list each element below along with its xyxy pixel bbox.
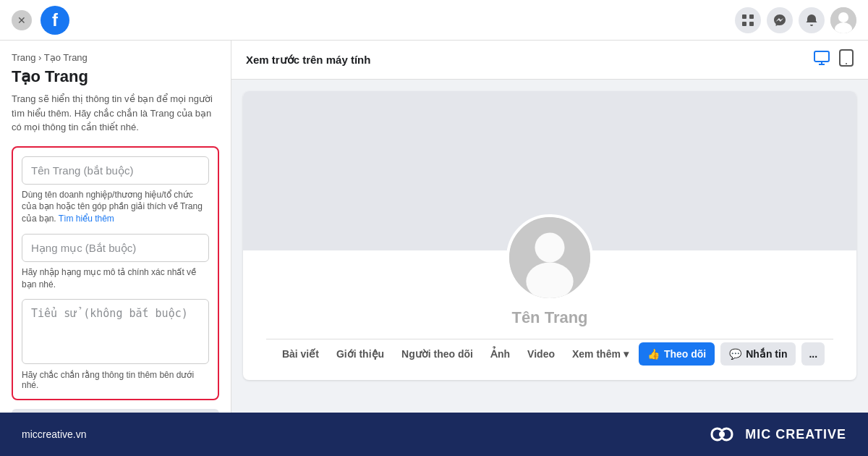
learn-more-link[interactable]: Tìm hiểu thêm <box>59 214 114 224</box>
branding-bar: miccreative.vn MIC CREATIVE <box>0 413 868 456</box>
chevron-down-icon: ▾ <box>624 348 629 360</box>
top-bar: ✕ f <box>0 0 868 41</box>
svg-point-15 <box>719 431 725 437</box>
category-input[interactable] <box>22 234 209 262</box>
category-hint: Hãy nhập hạng mục mô tả chính xác nhất v… <box>22 266 209 291</box>
bio-input[interactable] <box>22 299 209 364</box>
svg-rect-2 <box>742 22 746 26</box>
svg-rect-1 <box>749 14 754 19</box>
tab-about[interactable]: Giới thiệu <box>329 339 391 368</box>
follow-icon: 👍 <box>647 348 660 360</box>
svg-point-14 <box>526 263 573 300</box>
messenger-icon[interactable] <box>767 7 793 33</box>
more-button[interactable]: ... <box>801 342 825 366</box>
page-title: Tạo Trang <box>12 67 219 86</box>
branding-logo: MIC CREATIVE <box>706 423 846 445</box>
preview-header: Xem trước trên máy tính <box>231 41 868 80</box>
svg-point-5 <box>838 12 848 22</box>
tab-photos[interactable]: Ảnh <box>483 339 517 368</box>
grid-icon[interactable] <box>735 7 761 33</box>
tab-more[interactable]: Xem thêm ▾ <box>565 339 636 368</box>
page-description: Trang sẽ hiển thị thông tin về bạn để mọ… <box>12 92 219 135</box>
svg-rect-7 <box>814 51 829 62</box>
page-actions: 👍 Theo dõi 💬 Nhắn tin ... <box>639 342 825 366</box>
branding-company-name: MIC CREATIVE <box>745 427 846 442</box>
bio-group: Hãy chắc chắn rằng thông tin thêm bên dư… <box>22 299 209 390</box>
preview-content: Tên Trang Bài viết Giới thiệu Người theo… <box>243 91 856 380</box>
svg-rect-3 <box>749 22 754 26</box>
preview-title: Xem trước trên máy tính <box>246 54 370 67</box>
message-button[interactable]: 💬 Nhắn tin <box>720 342 796 366</box>
profile-avatar <box>506 214 593 301</box>
page-name-input[interactable] <box>22 156 209 185</box>
profile-section: Tên Trang Bài viết Giới thiệu Người theo… <box>243 250 856 380</box>
desktop-icon[interactable] <box>813 49 830 70</box>
main-content: Trang › Tạo Trang Tạo Trang Trang sẽ hiể… <box>0 41 868 413</box>
category-group: Hãy nhập hạng mục mô tả chính xác nhất v… <box>22 234 209 291</box>
profile-name-placeholder: Tên Trang <box>511 308 587 327</box>
breadcrumb: Trang › Tạo Trang <box>12 52 219 63</box>
left-panel: Trang › Tạo Trang Tạo Trang Trang sẽ hiể… <box>0 41 231 413</box>
facebook-logo: f <box>41 6 69 35</box>
page-tabs: Bài viết Giới thiệu Người theo dõi Ảnh V… <box>266 339 833 368</box>
bio-hint: Hãy chắc chắn rằng thông tin thêm bên dư… <box>22 370 209 390</box>
svg-point-13 <box>535 232 564 262</box>
tab-videos[interactable]: Video <box>520 339 562 368</box>
bell-icon[interactable] <box>799 7 825 33</box>
form-section: Dùng tên doanh nghiệp/thương hiệu/tổ chứ… <box>12 146 219 401</box>
top-bar-left: ✕ f <box>12 6 69 35</box>
close-button[interactable]: ✕ <box>12 10 32 30</box>
user-avatar[interactable] <box>830 7 856 33</box>
follow-button[interactable]: 👍 Theo dõi <box>639 342 715 366</box>
mobile-icon[interactable] <box>839 49 854 70</box>
svg-rect-0 <box>742 14 746 19</box>
message-icon: 💬 <box>729 348 741 360</box>
branding-url: miccreative.vn <box>22 428 86 440</box>
top-bar-right <box>735 7 856 33</box>
page-name-hint: Dùng tên doanh nghiệp/thương hiệu/tổ chứ… <box>22 189 209 225</box>
mic-logo-icon <box>706 423 738 445</box>
tab-followers[interactable]: Người theo dõi <box>394 339 480 368</box>
svg-point-11 <box>846 63 847 64</box>
preview-icons <box>813 49 854 70</box>
right-panel: Xem trước trên máy tính <box>231 41 868 413</box>
tab-posts[interactable]: Bài viết <box>275 339 326 368</box>
page-name-group: Dùng tên doanh nghiệp/thương hiệu/tổ chứ… <box>22 156 209 225</box>
